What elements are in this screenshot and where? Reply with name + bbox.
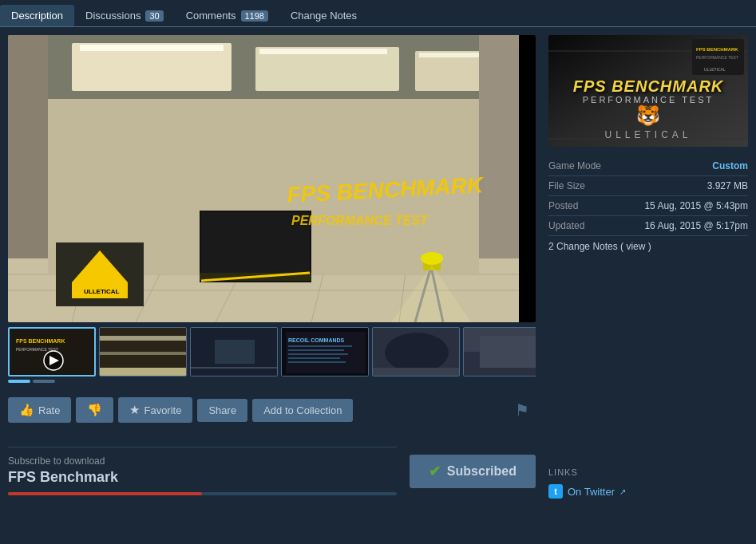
main-image-wrapper[interactable]: ULLETICAL FPS BENCHMARK PERFORMANCE TEST: [8, 35, 536, 322]
subscribed-column: ✔ Subscribed: [410, 447, 536, 501]
thumbnails-row: ▶ FPS BENCHMARK PERFORMANCE TEST: [8, 327, 536, 376]
thumbup-icon: 👍: [19, 403, 34, 417]
updated-value: 16 Aug, 2015 @ 5:17pm: [644, 220, 748, 231]
svg-text:FPS BENCHMARK: FPS BENCHMARK: [696, 47, 738, 52]
svg-point-54: [385, 333, 449, 373]
main-content: ULLETICAL FPS BENCHMARK PERFORMANCE TEST: [0, 27, 756, 429]
thumbdown-icon: 👎: [87, 403, 102, 417]
thumbnail-2[interactable]: [99, 327, 187, 376]
svg-rect-5: [259, 49, 387, 54]
twitter-link[interactable]: t On Twitter ↗: [548, 482, 748, 501]
tab-changenotes[interactable]: Change Notes: [279, 5, 368, 26]
svg-text:RECOIL COMMANDS: RECOIL COMMANDS: [288, 337, 345, 343]
main-image: ULLETICAL FPS BENCHMARK PERFORMANCE TEST: [8, 35, 519, 322]
svg-rect-51: [288, 357, 340, 359]
change-notes-link[interactable]: 2 Change Notes ( view ): [548, 241, 748, 252]
svg-rect-48: [288, 345, 352, 347]
action-bar: 👍 Rate 👎 ★ Favorite Share Add to Collect…: [8, 391, 536, 429]
share-button[interactable]: Share: [197, 399, 247, 422]
links-label: LINKS: [548, 467, 748, 477]
tab-discussions[interactable]: Discussions 30: [74, 5, 175, 26]
right-column-bottom: LINKS t On Twitter ↗: [548, 447, 748, 501]
progress-bar: [8, 492, 397, 495]
tabs-bar: Description Discussions 30 Comments 1198…: [0, 0, 756, 27]
game-mode-value: Custom: [712, 160, 748, 171]
discussions-badge: 30: [145, 10, 163, 22]
tab-comments[interactable]: Comments 1198: [175, 5, 279, 26]
svg-rect-43: [215, 340, 255, 364]
left-column: ULLETICAL FPS BENCHMARK PERFORMANCE TEST: [8, 35, 536, 429]
scroll-dot-2: [33, 380, 55, 383]
twitter-icon: t: [548, 484, 563, 499]
svg-rect-49: [288, 349, 344, 351]
svg-text:ULLETICAL: ULLETICAL: [84, 288, 120, 295]
thumbnail-4[interactable]: RECOIL COMMANDS: [281, 327, 369, 376]
bottom-section: Subscribe to download FPS Benchmark ✔ Su…: [0, 437, 756, 509]
subscribe-hint: Subscribe to download: [8, 455, 397, 467]
game-title: FPS Benchmark: [8, 469, 397, 486]
comments-badge: 1198: [241, 10, 268, 22]
updated-row: Updated 16 Aug, 2015 @ 5:17pm: [548, 216, 748, 236]
posted-label: Posted: [548, 200, 578, 211]
game-mode-label: Game Mode: [548, 160, 601, 171]
svg-rect-55: [373, 368, 460, 376]
rate-thumbdown-button[interactable]: 👎: [76, 397, 113, 423]
posted-value: 15 Aug, 2015 @ 5:43pm: [644, 200, 748, 211]
updated-label: Updated: [548, 220, 584, 231]
svg-rect-52: [288, 361, 346, 363]
links-section: LINKS t On Twitter ↗: [548, 467, 748, 501]
svg-rect-58: [480, 336, 536, 368]
banner-title-line2: PERFORMANCE TEST: [573, 95, 724, 104]
star-icon: ★: [129, 403, 140, 417]
thumbnail-3[interactable]: [190, 327, 278, 376]
check-icon: ✔: [429, 463, 441, 480]
scroll-indicator: [8, 380, 536, 383]
file-size-row: File Size 3.927 MB: [548, 176, 748, 196]
file-size-label: File Size: [548, 180, 585, 191]
subscribed-button[interactable]: ✔ Subscribed: [410, 455, 536, 488]
add-to-collection-button[interactable]: Add to Collection: [252, 399, 353, 422]
flag-button[interactable]: ⚑: [509, 397, 536, 423]
thumbnail-1[interactable]: ▶ FPS BENCHMARK PERFORMANCE TEST: [8, 327, 96, 376]
game-mode-row: Game Mode Custom: [548, 156, 748, 176]
posted-row: Posted 15 Aug, 2015 @ 5:43pm: [548, 196, 748, 216]
tiger-emoji: 🐯: [573, 104, 724, 127]
svg-rect-40: [100, 352, 187, 355]
thumbnail-5[interactable]: [372, 327, 460, 376]
right-column: FPS BENCHMARK PERFORMANCE TEST ULLETICAL…: [548, 35, 748, 429]
svg-rect-41: [100, 368, 187, 376]
rate-thumbup-button[interactable]: 👍 Rate: [8, 397, 71, 423]
progress-bar-fill: [8, 492, 202, 495]
subscribe-column: Subscribe to download FPS Benchmark: [8, 447, 397, 501]
flag-icon: ⚑: [515, 401, 529, 419]
scroll-dot-1: [8, 380, 30, 383]
svg-text:PERFORMANCE TEST: PERFORMANCE TEST: [696, 55, 738, 60]
svg-rect-50: [288, 353, 348, 355]
banner-author: ULLETICAL: [573, 129, 724, 140]
svg-text:FPS BENCHMARK: FPS BENCHMARK: [16, 338, 65, 344]
tab-description[interactable]: Description: [0, 5, 74, 26]
meta-section: Game Mode Custom File Size 3.927 MB Post…: [548, 156, 748, 252]
svg-point-31: [421, 252, 443, 265]
svg-text:PERFORMANCE TEST: PERFORMANCE TEST: [291, 214, 429, 227]
file-size-value: 3.927 MB: [707, 180, 748, 191]
svg-text:ULLETICAL: ULLETICAL: [704, 67, 726, 72]
svg-rect-4: [80, 45, 224, 51]
thumbnail-6[interactable]: [463, 327, 536, 376]
favorite-button[interactable]: ★ Favorite: [118, 397, 192, 423]
svg-rect-39: [100, 336, 187, 341]
banner-title-line1: FPS BENCHMARK: [573, 77, 724, 95]
game-banner: FPS BENCHMARK PERFORMANCE TEST ULLETICAL…: [548, 35, 748, 147]
